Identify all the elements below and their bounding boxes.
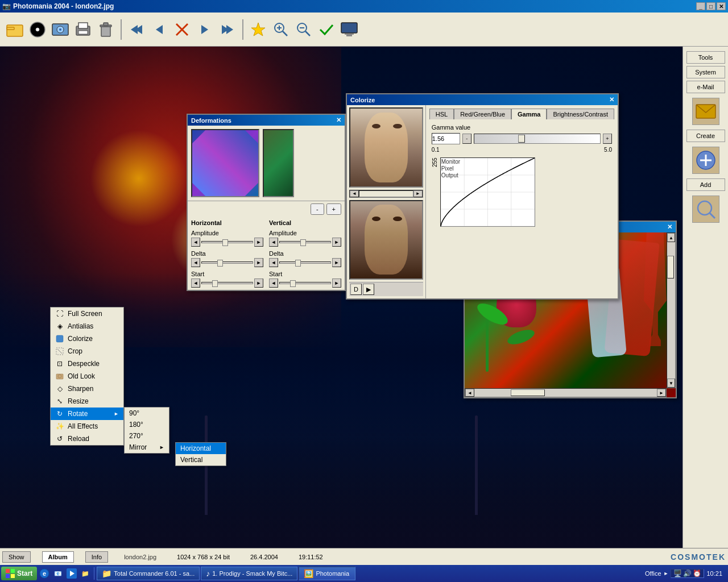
mirror-horizontal-item[interactable]: Horizontal bbox=[176, 443, 226, 454]
maximize-button[interactable]: □ bbox=[706, 2, 715, 10]
close-x-btn[interactable] bbox=[172, 19, 192, 40]
add-button[interactable]: Add bbox=[686, 178, 725, 191]
v-delta-slider[interactable] bbox=[279, 261, 331, 264]
info-tab-btn[interactable]: Info bbox=[85, 551, 108, 563]
menu-item-oldlook[interactable]: Old Look bbox=[51, 370, 123, 383]
colorize-close-btn[interactable]: ✕ bbox=[609, 96, 614, 103]
photo-window-close-btn[interactable]: ✕ bbox=[667, 223, 672, 231]
svg-rect-10 bbox=[101, 26, 110, 36]
h-delta-right-btn[interactable]: ► bbox=[254, 258, 263, 267]
show-tab-btn[interactable]: Show bbox=[2, 551, 31, 563]
zoom-out-btn[interactable] bbox=[293, 19, 314, 40]
gamma-slider[interactable] bbox=[474, 134, 601, 144]
colorize-scrollbar-h[interactable]: ◄ ► bbox=[349, 190, 423, 198]
fast-forward-btn[interactable] bbox=[217, 19, 238, 40]
deformations-close-btn[interactable]: ✕ bbox=[336, 117, 341, 124]
h-delta-slider[interactable] bbox=[201, 261, 253, 264]
prev-btn[interactable] bbox=[126, 19, 147, 40]
zoom-in-btn[interactable] bbox=[271, 19, 291, 40]
start-button[interactable]: Start bbox=[1, 567, 37, 580]
taskbar-total-commander[interactable]: 📁 Total Commander 6.01 - sa... bbox=[97, 567, 200, 580]
rotate-90-item[interactable]: 90° bbox=[125, 408, 169, 419]
deform-minus-btn[interactable]: - bbox=[311, 203, 324, 215]
create-button[interactable]: Create bbox=[686, 130, 725, 142]
photo-scroll-right-btn[interactable]: ► bbox=[657, 389, 666, 397]
v-amplitude-slider[interactable] bbox=[279, 241, 331, 243]
deform-plus-btn[interactable]: + bbox=[326, 203, 341, 215]
gamma-minus-btn[interactable]: - bbox=[462, 134, 471, 144]
v-start-right-btn[interactable]: ► bbox=[332, 278, 341, 288]
tab-hsl[interactable]: HSL bbox=[429, 109, 454, 119]
photo-scrollbar-h[interactable]: ◄ ► bbox=[465, 388, 667, 397]
photo-btn[interactable] bbox=[50, 19, 71, 40]
back-btn[interactable] bbox=[149, 19, 169, 40]
ie-icon[interactable]: e bbox=[38, 567, 51, 580]
photo-scrollbar-v[interactable]: ▲ ▼ bbox=[667, 232, 676, 388]
vertical-label: Vertical bbox=[269, 219, 341, 226]
print-btn[interactable] bbox=[73, 19, 93, 40]
menu-item-sharpen[interactable]: ◇ Sharpen bbox=[51, 383, 123, 395]
tools-button[interactable]: Tools bbox=[686, 51, 725, 64]
photo-scroll-left-btn[interactable]: ◄ bbox=[465, 389, 474, 397]
email-tray-icon[interactable]: 📧 bbox=[52, 567, 64, 580]
mirror-vertical-item[interactable]: Vertical bbox=[176, 454, 226, 465]
h-amp-right-btn[interactable]: ► bbox=[254, 238, 263, 247]
h-start-left-btn[interactable]: ◄ bbox=[191, 278, 200, 288]
minimize-button[interactable]: _ bbox=[696, 2, 705, 10]
colorize-tb-btn-1[interactable]: D bbox=[350, 284, 362, 295]
v-start-slider[interactable] bbox=[279, 282, 331, 284]
add-icon bbox=[692, 147, 719, 174]
check-btn[interactable] bbox=[316, 19, 337, 40]
tab-brightness[interactable]: Brightness/Contrast bbox=[547, 109, 614, 119]
close-window-button[interactable]: ✕ bbox=[717, 2, 726, 10]
menu-item-despeckle[interactable]: ⊡ Despeckle bbox=[51, 357, 123, 370]
menu-item-fullscreen[interactable]: ⛶ Full Screen bbox=[51, 307, 123, 320]
h-amp-left-btn[interactable]: ◄ bbox=[191, 238, 200, 247]
h-delta-left-btn[interactable]: ◄ bbox=[191, 258, 200, 267]
gamma-value-input[interactable] bbox=[432, 133, 460, 144]
oldlook-icon bbox=[55, 372, 64, 381]
menu-item-antialias[interactable]: ◈ Antialias bbox=[51, 320, 123, 332]
h-start-slider[interactable] bbox=[201, 282, 253, 284]
v-start-left-btn[interactable]: ◄ bbox=[269, 278, 278, 288]
v-delta-right-btn[interactable]: ► bbox=[332, 258, 341, 267]
resize-icon: ⤡ bbox=[55, 397, 64, 406]
taskbar-photomania[interactable]: 🖼️ Photomania bbox=[299, 567, 355, 580]
h-start-right-btn[interactable]: ► bbox=[254, 278, 263, 288]
rotate-270-item[interactable]: 270° bbox=[125, 430, 169, 442]
svg-marker-15 bbox=[156, 25, 163, 34]
folder-tray-icon[interactable]: 📁 bbox=[79, 567, 92, 580]
cd-btn[interactable] bbox=[27, 19, 48, 40]
media-icon[interactable] bbox=[65, 567, 78, 580]
colorize-tabs: HSL Red/Green/Blue Gamma Brightness/Cont… bbox=[429, 109, 614, 119]
star-btn[interactable] bbox=[248, 19, 268, 40]
menu-item-colorize[interactable]: Colorize bbox=[51, 332, 123, 345]
mirror-item[interactable]: Mirror ► bbox=[125, 442, 169, 453]
v-amp-left-btn[interactable]: ◄ bbox=[269, 238, 278, 247]
menu-item-resize[interactable]: ⤡ Resize bbox=[51, 395, 123, 408]
forward-btn[interactable] bbox=[195, 19, 215, 40]
open-folder-btn[interactable] bbox=[5, 19, 25, 40]
colorize-tb-btn-2[interactable]: ▶ bbox=[363, 284, 374, 295]
system-button[interactable]: System bbox=[686, 66, 725, 78]
photo-scroll-up-btn[interactable]: ▲ bbox=[667, 233, 675, 242]
rotate-180-item[interactable]: 180° bbox=[125, 419, 169, 430]
tab-gamma[interactable]: Gamma bbox=[511, 109, 547, 119]
v-amplitude-row: Amplitude bbox=[269, 228, 341, 238]
v-delta-left-btn[interactable]: ◄ bbox=[269, 258, 278, 267]
photo-scroll-down-btn[interactable]: ▼ bbox=[667, 379, 675, 388]
menu-item-reload[interactable]: ↺ Reload bbox=[51, 433, 123, 445]
gamma-plus-btn[interactable]: + bbox=[603, 134, 612, 144]
album-tab-btn[interactable]: Album bbox=[42, 551, 74, 563]
menu-item-rotate[interactable]: ↻ Rotate ► bbox=[51, 408, 123, 420]
h-amplitude-slider[interactable] bbox=[201, 241, 253, 243]
trash-btn[interactable] bbox=[96, 19, 116, 40]
taskbar-prodigy[interactable]: ♪ 1. Prodigy - Smack My Bitc... bbox=[201, 567, 297, 580]
menu-item-alleffects[interactable]: ✨ All Effects bbox=[51, 420, 123, 433]
monitor-btn[interactable] bbox=[339, 19, 359, 40]
tab-rgb[interactable]: Red/Green/Blue bbox=[454, 109, 511, 119]
email-button[interactable]: e-Mail bbox=[686, 81, 725, 93]
v-amp-right-btn[interactable]: ► bbox=[332, 238, 341, 247]
menu-item-crop[interactable]: Crop bbox=[51, 345, 123, 357]
svg-rect-41 bbox=[56, 374, 63, 379]
